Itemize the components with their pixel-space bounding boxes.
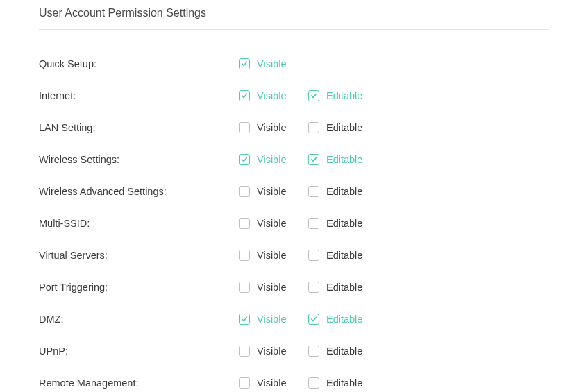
visible-checkbox-remote-management[interactable] — [239, 377, 250, 389]
permission-row-internet: Internet:VisibleEditable — [39, 80, 549, 112]
editable-label-internet[interactable]: Editable — [326, 90, 362, 101]
editable-label-remote-management[interactable]: Editable — [326, 377, 362, 389]
editable-group-wireless-settings: Editable — [308, 154, 372, 165]
visible-checkbox-wireless-advanced-settings[interactable] — [239, 186, 250, 197]
permission-row-port-triggering: Port Triggering:VisibleEditable — [39, 271, 549, 303]
editable-checkbox-virtual-servers[interactable] — [308, 250, 319, 261]
editable-checkbox-internet[interactable] — [308, 90, 319, 101]
permission-row-virtual-servers: Virtual Servers:VisibleEditable — [39, 239, 549, 271]
visible-group-port-triggering: Visible — [239, 282, 303, 293]
editable-label-dmz[interactable]: Editable — [326, 314, 362, 325]
editable-checkbox-port-triggering[interactable] — [308, 282, 319, 293]
visible-label-port-triggering[interactable]: Visible — [257, 282, 286, 293]
editable-group-remote-management: Editable — [308, 377, 372, 389]
editable-checkbox-dmz[interactable] — [308, 314, 319, 325]
visible-label-remote-management[interactable]: Visible — [257, 377, 286, 389]
permission-row-multi-ssid: Multi-SSID:VisibleEditable — [39, 207, 549, 239]
visible-label-dmz[interactable]: Visible — [257, 314, 286, 325]
visible-label-lan-setting[interactable]: Visible — [257, 122, 286, 133]
visible-group-remote-management: Visible — [239, 377, 303, 389]
visible-label-quick-setup[interactable]: Visible — [257, 58, 286, 69]
permission-label-quick-setup: Quick Setup: — [39, 58, 239, 69]
permission-row-wireless-advanced-settings: Wireless Advanced Settings:VisibleEditab… — [39, 176, 549, 207]
section-title: User Account Permission Settings — [39, 0, 549, 30]
permission-row-lan-setting: LAN Setting:VisibleEditable — [39, 112, 549, 144]
editable-checkbox-wireless-settings[interactable] — [308, 154, 319, 165]
visible-checkbox-lan-setting[interactable] — [239, 122, 250, 133]
visible-checkbox-upnp[interactable] — [239, 346, 250, 357]
permission-label-lan-setting: LAN Setting: — [39, 122, 239, 133]
visible-group-dmz: Visible — [239, 314, 303, 325]
editable-group-multi-ssid: Editable — [308, 218, 372, 229]
permission-row-remote-management: Remote Management:VisibleEditable — [39, 367, 549, 392]
editable-group-upnp: Editable — [308, 346, 372, 357]
visible-group-quick-setup: Visible — [239, 58, 303, 69]
visible-label-multi-ssid[interactable]: Visible — [257, 218, 286, 229]
visible-label-internet[interactable]: Visible — [257, 90, 286, 101]
editable-group-virtual-servers: Editable — [308, 250, 372, 261]
visible-label-wireless-advanced-settings[interactable]: Visible — [257, 186, 286, 197]
visible-checkbox-internet[interactable] — [239, 90, 250, 101]
visible-checkbox-virtual-servers[interactable] — [239, 250, 250, 261]
editable-checkbox-upnp[interactable] — [308, 346, 319, 357]
permission-row-dmz: DMZ:VisibleEditable — [39, 303, 549, 335]
visible-checkbox-port-triggering[interactable] — [239, 282, 250, 293]
editable-group-lan-setting: Editable — [308, 122, 372, 133]
permission-label-wireless-settings: Wireless Settings: — [39, 154, 239, 165]
visible-label-wireless-settings[interactable]: Visible — [257, 154, 286, 165]
editable-label-virtual-servers[interactable]: Editable — [326, 250, 362, 261]
visible-label-upnp[interactable]: Visible — [257, 346, 286, 357]
visible-checkbox-quick-setup[interactable] — [239, 58, 250, 69]
visible-checkbox-dmz[interactable] — [239, 314, 250, 325]
permission-label-multi-ssid: Multi-SSID: — [39, 218, 239, 229]
editable-group-wireless-advanced-settings: Editable — [308, 186, 372, 197]
visible-group-lan-setting: Visible — [239, 122, 303, 133]
permission-label-port-triggering: Port Triggering: — [39, 282, 239, 293]
editable-label-lan-setting[interactable]: Editable — [326, 122, 362, 133]
visible-group-wireless-settings: Visible — [239, 154, 303, 165]
permission-row-quick-setup: Quick Setup:Visible — [39, 48, 549, 80]
permission-row-wireless-settings: Wireless Settings:VisibleEditable — [39, 144, 549, 176]
editable-group-port-triggering: Editable — [308, 282, 372, 293]
visible-checkbox-wireless-settings[interactable] — [239, 154, 250, 165]
visible-group-upnp: Visible — [239, 346, 303, 357]
permission-row-upnp: UPnP:VisibleEditable — [39, 335, 549, 367]
editable-checkbox-multi-ssid[interactable] — [308, 218, 319, 229]
permission-label-internet: Internet: — [39, 90, 239, 101]
visible-checkbox-multi-ssid[interactable] — [239, 218, 250, 229]
permission-label-dmz: DMZ: — [39, 314, 239, 325]
permission-label-upnp: UPnP: — [39, 346, 239, 357]
editable-group-dmz: Editable — [308, 314, 372, 325]
editable-label-wireless-settings[interactable]: Editable — [326, 154, 362, 165]
visible-group-internet: Visible — [239, 90, 303, 101]
editable-label-upnp[interactable]: Editable — [326, 346, 362, 357]
visible-label-virtual-servers[interactable]: Visible — [257, 250, 286, 261]
editable-checkbox-remote-management[interactable] — [308, 377, 319, 389]
permissions-list: Quick Setup:VisibleInternet:VisibleEdita… — [39, 48, 549, 392]
editable-checkbox-lan-setting[interactable] — [308, 122, 319, 133]
editable-label-multi-ssid[interactable]: Editable — [326, 218, 362, 229]
editable-group-internet: Editable — [308, 90, 372, 101]
editable-label-wireless-advanced-settings[interactable]: Editable — [326, 186, 362, 197]
permission-label-remote-management: Remote Management: — [39, 377, 239, 389]
permission-label-wireless-advanced-settings: Wireless Advanced Settings: — [39, 186, 239, 197]
visible-group-wireless-advanced-settings: Visible — [239, 186, 303, 197]
visible-group-virtual-servers: Visible — [239, 250, 303, 261]
permission-label-virtual-servers: Virtual Servers: — [39, 250, 239, 261]
visible-group-multi-ssid: Visible — [239, 218, 303, 229]
editable-label-port-triggering[interactable]: Editable — [326, 282, 362, 293]
editable-checkbox-wireless-advanced-settings[interactable] — [308, 186, 319, 197]
